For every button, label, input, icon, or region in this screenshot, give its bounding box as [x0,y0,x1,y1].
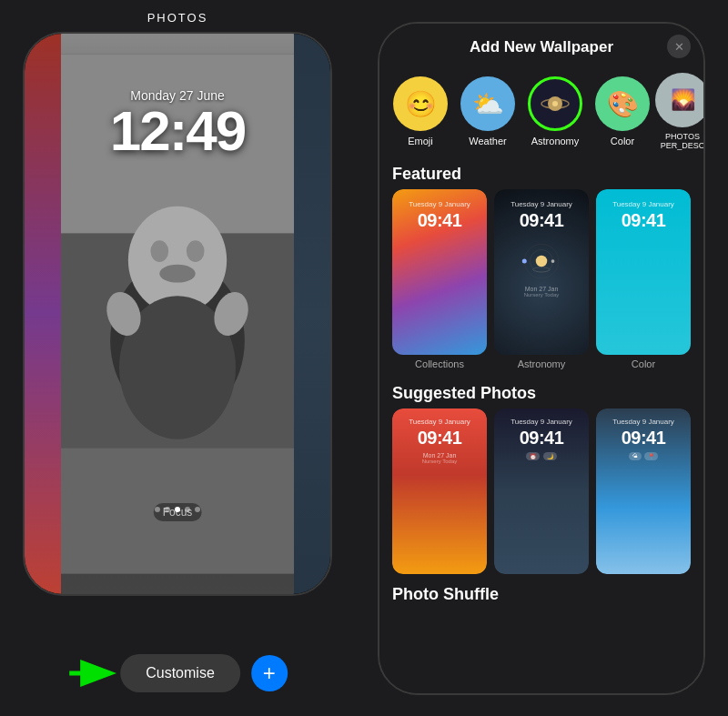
weather-label: Weather [469,136,506,146]
collections-label: Collections [392,358,487,369]
collections-time: 09:41 [418,210,462,231]
photos-per-desc-label: PHOTOSPER_DESC [661,132,703,150]
wallpaper-title: Add New Wallpaper [470,38,613,56]
close-icon: ✕ [674,40,684,54]
add-button[interactable]: + [251,655,288,691]
color-preview: Tuesday 9 January 09:41 [596,189,691,355]
green-arrow-icon [67,655,116,691]
photos-icon-circle: 🌄 [655,73,703,127]
sug2-badges: ⏰ 🌙 [526,452,557,460]
main-container: PHOTOS [0,0,728,716]
sug2-time: 09:41 [520,428,564,449]
photo-shuffle-heading: Photo Shuffle [379,581,703,604]
sug2-overlay: Tuesday 9 January 09:41 ⏰ 🌙 [494,408,589,574]
dot-5 [195,507,200,512]
left-phone-screen: Monday 27 June 12:49 Focus [23,32,332,596]
color-icon-circle: 🎨 [595,76,650,131]
svg-point-6 [159,265,195,283]
svg-point-4 [150,240,168,262]
category-emoji[interactable]: 😊 Emoji [390,76,450,146]
sug1-inner: Tuesday 9 January 09:41 Mon 27 Jan Nurse… [392,408,487,574]
astronomy-planet-icon [540,88,571,119]
astronomy-sub2: Nursery Today [524,292,560,297]
sug1-overlay: Tuesday 9 January 09:41 Mon 27 Jan Nurse… [392,408,487,574]
svg-point-18 [551,259,555,263]
customise-label: Customise [146,665,215,681]
dot-2 [165,507,170,512]
sug3-overlay: Tuesday 9 January 09:41 🌤 📍 [596,408,691,574]
dot-4 [185,507,190,512]
astronomy-sub: Mon 27 Jan [525,286,559,292]
category-photos[interactable]: 🌄 PHOTOSPER_DESC [660,73,703,150]
featured-heading: Featured [379,157,703,189]
sug1-sub2: Nursery Today [422,459,458,464]
solar-system-icon [519,238,564,284]
sug3-date: Tuesday 9 January [612,418,674,426]
suggested-photo-3[interactable]: Tuesday 9 January 09:41 🌤 📍 [596,408,691,574]
dot-3 [175,507,180,512]
category-color[interactable]: 🎨 Color [592,76,652,146]
category-row: 😊 Emoji ⛅ Weather [379,66,703,157]
svg-point-5 [187,240,205,262]
sug2-date: Tuesday 9 January [511,418,572,426]
dot-1 [155,507,160,512]
sug3-badges: 🌤 📍 [629,452,658,460]
right-phone: Add New Wallpaper ✕ 😊 Emoji [355,0,728,716]
color-time: 09:41 [622,210,666,231]
right-phone-screen: Add New Wallpaper ✕ 😊 Emoji [378,22,705,695]
customise-button[interactable]: Customise [120,654,240,692]
sug1-time: 09:41 [418,428,462,449]
photos-label: PHOTOS [147,11,208,25]
astronomy-preview: Tuesday 9 January 09:41 [494,189,589,355]
emoji-label: Emoji [408,136,433,146]
close-button[interactable]: ✕ [667,35,691,58]
sug2-badge1: ⏰ [526,452,540,460]
bottom-action-bar: Customise + [67,654,288,692]
astronomy-time: 09:41 [520,210,564,231]
emoji-icon-circle: 😊 [393,76,448,131]
lock-time: 12:49 [25,103,330,159]
color-label: Color [611,136,634,146]
suggested-photo-2[interactable]: Tuesday 9 January 09:41 ⏰ 🌙 [494,408,589,574]
collections-preview: Tuesday 9 January 09:41 [392,189,487,355]
featured-color-card[interactable]: Tuesday 9 January 09:41 Color [596,189,691,369]
suggested-photo-1[interactable]: Tuesday 9 January 09:41 Mon 27 Jan Nurse… [392,408,487,574]
left-phone: PHOTOS [0,0,355,716]
astronomy-date: Tuesday 9 January [511,200,572,208]
astronomy-icon-circle [528,76,582,131]
suggested-heading: Suggested Photos [379,377,703,408]
time-overlay: Monday 27 June 12:49 [25,88,330,159]
sug1-date: Tuesday 9 January [409,418,470,426]
featured-astronomy-card[interactable]: Tuesday 9 January 09:41 [494,189,589,369]
color-preview-overlay: Tuesday 9 January 09:41 [596,189,691,355]
sug3-badge1: 🌤 [629,452,642,460]
color-date: Tuesday 9 January [612,200,674,208]
category-astronomy[interactable]: Astronomy [525,76,585,146]
svg-point-16 [536,256,548,267]
suggested-photo-row: Tuesday 9 January 09:41 Mon 27 Jan Nurse… [379,408,703,581]
featured-preview-row: Tuesday 9 January 09:41 Collections Tues… [379,189,703,377]
featured-collections-card[interactable]: Tuesday 9 January 09:41 Collections [392,189,487,369]
sug2-badge2: 🌙 [543,452,557,460]
sug3-inner: Tuesday 9 January 09:41 🌤 📍 [596,408,691,574]
astronomy-label-below: Astronomy [494,358,589,369]
svg-point-15 [552,101,558,106]
collections-preview-overlay: Tuesday 9 January 09:41 [392,189,487,355]
sug2-inner: Tuesday 9 January 09:41 ⏰ 🌙 [494,408,589,574]
left-phone-header: PHOTOS [0,0,355,32]
color-label-below: Color [596,358,691,369]
sug3-badge2: 📍 [644,452,658,460]
page-dots [155,507,200,512]
collections-date: Tuesday 9 January [409,200,470,208]
svg-point-21 [533,267,551,272]
sug1-sub: Mon 27 Jan [423,452,457,459]
focus-label: Focus [154,503,202,521]
svg-point-20 [522,259,527,264]
wallpaper-header: Add New Wallpaper ✕ [379,24,703,66]
category-weather[interactable]: ⛅ Weather [458,76,518,146]
sug3-time: 09:41 [622,428,666,449]
weather-icon-circle: ⛅ [460,76,515,131]
astronomy-label: Astronomy [531,136,580,146]
plus-symbol: + [263,661,276,686]
right-screen-inner: Add New Wallpaper ✕ 😊 Emoji [379,24,703,693]
